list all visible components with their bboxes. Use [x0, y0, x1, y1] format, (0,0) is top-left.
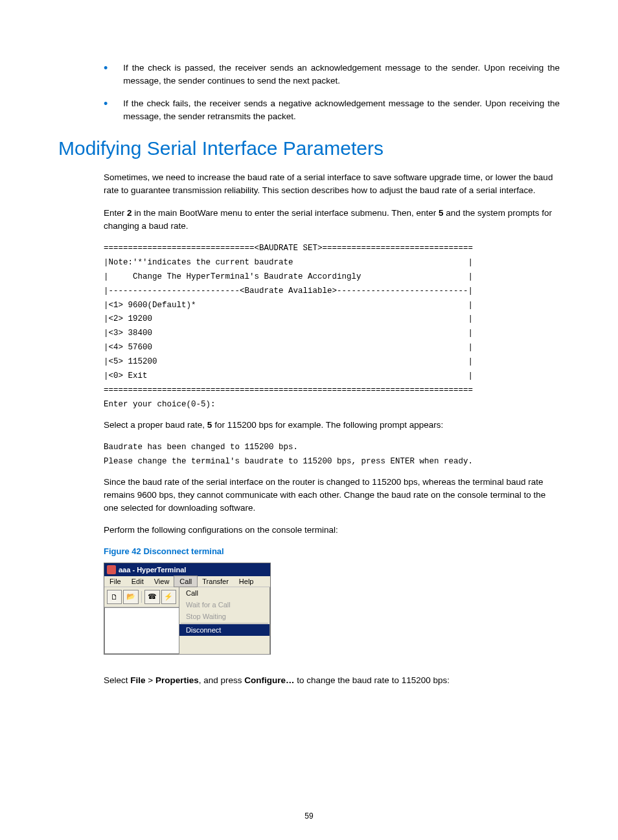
- open-file-icon[interactable]: 📂: [123, 590, 138, 604]
- dropdown-item-wait: Wait for a Call: [179, 599, 269, 611]
- left-pane: 🗋 📂 ☎ ⚡: [104, 587, 179, 654]
- menu-transfer[interactable]: Transfer: [197, 576, 234, 587]
- dropdown-item-call[interactable]: Call: [179, 587, 269, 599]
- text: >: [146, 675, 155, 685]
- menu-view[interactable]: View: [149, 576, 175, 587]
- bold-text: 2: [127, 208, 132, 218]
- paragraph: Perform the following configurations on …: [104, 524, 560, 537]
- bullet-dot-icon: •: [104, 62, 108, 88]
- document-page: • If the check is passed, the receiver s…: [0, 0, 618, 840]
- paragraph: Select a proper baud rate, 5 for 115200 …: [104, 419, 560, 432]
- section-heading: Modifying Serial Interface Parameters: [58, 137, 560, 159]
- menu-edit[interactable]: Edit: [126, 576, 149, 587]
- window-title-bar: aaa - HyperTerminal: [104, 563, 270, 576]
- text: Select a proper baud rate,: [104, 420, 207, 430]
- bullet-item: • If the check is passed, the receiver s…: [58, 62, 560, 88]
- toolbar: 🗋 📂 ☎ ⚡: [104, 587, 179, 607]
- text: for 115200 bps for example. The followin…: [212, 420, 443, 430]
- call-icon[interactable]: ☎: [144, 590, 159, 604]
- text: in the main BootWare menu to enter the s…: [132, 208, 439, 218]
- hyperterminal-window: aaa - HyperTerminal File Edit View Call …: [104, 563, 271, 655]
- disconnect-icon[interactable]: ⚡: [161, 590, 176, 604]
- bold-text: 5: [439, 208, 444, 218]
- separator-icon: [181, 623, 268, 624]
- menu-file[interactable]: File: [104, 576, 126, 587]
- menu-call[interactable]: Call: [174, 576, 198, 587]
- paragraph: Select File > Properties, and press Conf…: [104, 674, 560, 687]
- bold-text: Properties: [155, 675, 199, 685]
- bullet-text: If the check fails, the receiver sends a…: [123, 97, 560, 124]
- body-block: Sometimes, we need to increase the baud …: [58, 171, 560, 687]
- text: Select: [104, 675, 130, 685]
- separator-icon: [141, 591, 143, 603]
- paragraph: Enter 2 in the main BootWare menu to ent…: [104, 207, 560, 233]
- dropdown-item-stop: Stop Waiting: [179, 611, 269, 622]
- dropdown-item-disconnect[interactable]: Disconnect: [179, 624, 269, 636]
- text: Enter: [104, 208, 127, 218]
- bold-text: File: [130, 675, 145, 685]
- terminal-output: Baudrate has been changed to 115200 bps.…: [104, 441, 560, 469]
- paragraph: Sometimes, we need to increase the baud …: [104, 171, 560, 198]
- window-title: aaa - HyperTerminal: [119, 566, 186, 574]
- bullet-text: If the check is passed, the receiver sen…: [123, 62, 560, 88]
- app-icon: [107, 565, 116, 574]
- menu-help[interactable]: Help: [234, 576, 259, 587]
- text: , and press: [199, 675, 245, 685]
- menu-bar: File Edit View Call Transfer Help: [104, 576, 270, 587]
- call-dropdown-menu: Call Wait for a Call Stop Waiting Discon…: [179, 587, 270, 655]
- terminal-area: [104, 607, 179, 654]
- window-body: 🗋 📂 ☎ ⚡ Call Wait for a Call Stop Waitin…: [104, 587, 270, 654]
- bold-text: Configure…: [244, 675, 294, 685]
- text: to change the baud rate to 115200 bps:: [295, 675, 450, 685]
- figure-caption: Figure 42 Disconnect terminal: [104, 546, 560, 556]
- terminal-output: ===============================<BAUDRATE…: [104, 242, 560, 412]
- paragraph: Since the baud rate of the serial interf…: [104, 476, 560, 515]
- bullet-dot-icon: •: [104, 97, 108, 124]
- bullet-list: • If the check is passed, the receiver s…: [58, 62, 560, 123]
- new-file-icon[interactable]: 🗋: [107, 590, 122, 604]
- bullet-item: • If the check fails, the receiver sends…: [58, 97, 560, 124]
- page-number: 59: [0, 811, 618, 821]
